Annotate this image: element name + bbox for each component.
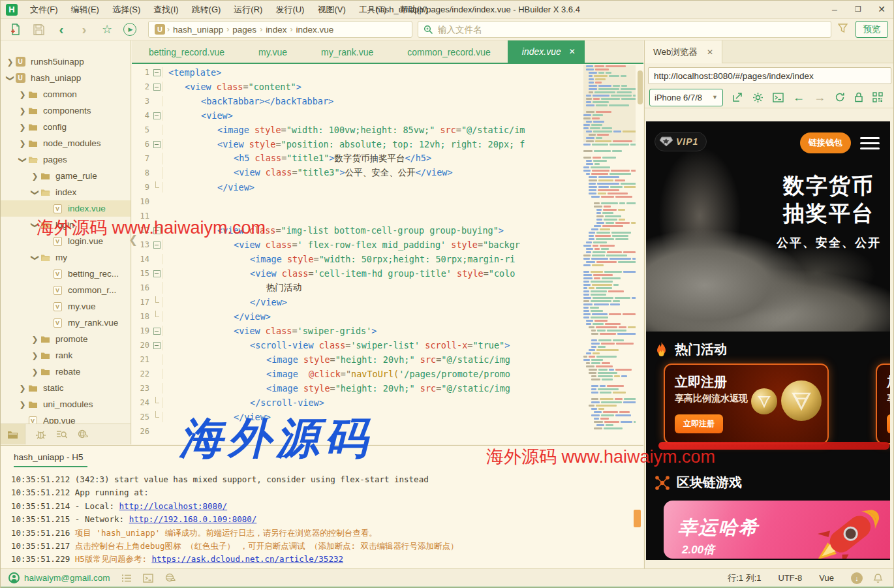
line-number[interactable]: 5 bbox=[132, 125, 153, 134]
promo2-button-partial[interactable]: 注 bbox=[887, 414, 890, 433]
browser-tab-close-icon[interactable]: ✕ bbox=[707, 48, 713, 57]
tree-item-static[interactable]: ❯static bbox=[1, 380, 131, 396]
browser-back-icon[interactable]: ← bbox=[793, 91, 805, 104]
cursor-position[interactable]: 行:1 列:1 bbox=[728, 572, 761, 584]
outline-list-icon[interactable] bbox=[121, 574, 132, 583]
line-number[interactable]: 25 bbox=[132, 412, 153, 422]
line-number[interactable]: 19 bbox=[132, 326, 153, 335]
fold-marker-icon[interactable] bbox=[153, 65, 162, 80]
close-button[interactable]: ✕ bbox=[870, 1, 893, 19]
line-number[interactable]: 10 bbox=[132, 197, 153, 206]
tree-item-config[interactable]: ❯config bbox=[1, 119, 131, 135]
menu-item[interactable]: 跳转(G) bbox=[185, 4, 228, 16]
console-scrollbar-thumb[interactable] bbox=[634, 510, 641, 527]
chevron-right-icon[interactable]: ❯ bbox=[31, 367, 39, 377]
chevron-right-icon[interactable]: ❯ bbox=[31, 172, 39, 181]
chevron-down-icon[interactable]: ❯ bbox=[6, 74, 15, 82]
nav-forward-icon[interactable]: › bbox=[77, 22, 91, 37]
chevron-right-icon[interactable]: ❯ bbox=[18, 139, 27, 148]
console-link[interactable]: http://192.168.0.109:8080/ bbox=[129, 514, 257, 524]
fold-marker-icon[interactable] bbox=[153, 137, 162, 151]
menu-item[interactable]: 编辑(E) bbox=[65, 4, 106, 16]
menu-item[interactable]: 查找(I) bbox=[147, 4, 185, 16]
tree-item-my.vue[interactable]: Vmy.vue bbox=[1, 298, 131, 315]
vip-badge[interactable]: VIP1 bbox=[655, 132, 707, 151]
line-number[interactable]: 7 bbox=[132, 154, 153, 163]
debug-bug-icon[interactable] bbox=[35, 429, 46, 439]
menu-item[interactable]: 发行(U) bbox=[269, 4, 311, 16]
fold-marker-icon[interactable] bbox=[153, 108, 162, 123]
save-icon[interactable] bbox=[31, 22, 46, 37]
preview-button[interactable]: 预览 bbox=[855, 21, 888, 38]
lucky-hash-card[interactable]: 幸运哈希 2.00倍 bbox=[664, 501, 890, 559]
breadcrumb-item[interactable]: index bbox=[266, 25, 286, 35]
minimize-button[interactable]: – bbox=[823, 1, 846, 19]
tree-item-betting_rec...[interactable]: Vbetting_rec... bbox=[1, 266, 131, 282]
breadcrumb-item[interactable]: pages bbox=[232, 25, 256, 35]
chevron-down-icon[interactable]: ❯ bbox=[18, 155, 27, 164]
console-link[interactable]: https://ask.dcloud.net.cn/article/35232 bbox=[151, 554, 343, 564]
run-icon[interactable]: ▶ bbox=[123, 22, 137, 37]
editor-scrollbar-thumb[interactable] bbox=[638, 70, 643, 104]
line-number[interactable]: 22 bbox=[132, 369, 153, 379]
tree-item-pages[interactable]: ❯pages bbox=[1, 151, 131, 168]
fold-marker-icon[interactable] bbox=[153, 338, 162, 352]
chevron-down-icon[interactable]: ❯ bbox=[31, 253, 40, 262]
fold-marker-icon[interactable] bbox=[153, 80, 162, 94]
line-number[interactable]: 18 bbox=[132, 312, 153, 321]
terminal-icon[interactable] bbox=[143, 574, 153, 583]
editor-tab-my.vue[interactable]: my.vue bbox=[241, 40, 304, 63]
tree-item-runsh5uinapp[interactable]: ❯Urunsh5uinapp bbox=[1, 54, 131, 70]
editor-tab-common_record.vue[interactable]: common_record.vue bbox=[390, 40, 508, 63]
search-in-files-icon[interactable] bbox=[56, 429, 67, 439]
tree-item-game_rule[interactable]: ❯game_rule bbox=[1, 168, 131, 184]
fold-marker-icon[interactable] bbox=[153, 266, 162, 281]
files-panel-tab[interactable] bbox=[1, 424, 25, 444]
line-number[interactable]: 15 bbox=[132, 269, 153, 278]
line-number[interactable]: 20 bbox=[132, 341, 153, 350]
line-number[interactable]: 23 bbox=[132, 384, 153, 393]
tree-item-rebate[interactable]: ❯rebate bbox=[1, 364, 131, 380]
breadcrumb-item[interactable]: hash_uniapp bbox=[173, 25, 223, 35]
devtools-console-icon[interactable] bbox=[773, 93, 784, 102]
tree-item-index.vue[interactable]: Vindex.vue bbox=[1, 200, 131, 217]
line-number[interactable]: 16 bbox=[132, 283, 153, 292]
file-search-input[interactable] bbox=[438, 25, 825, 35]
hamburger-menu-icon[interactable] bbox=[860, 137, 880, 149]
chevron-right-icon[interactable]: ❯ bbox=[31, 335, 39, 344]
line-number[interactable]: 17 bbox=[132, 298, 153, 307]
tree-item-common[interactable]: ❯common bbox=[1, 86, 131, 102]
device-selector[interactable]: iPhone 6/7/8 ▼ bbox=[649, 89, 723, 106]
line-number[interactable]: 14 bbox=[132, 255, 153, 264]
chevron-right-icon[interactable]: ❯ bbox=[18, 384, 27, 393]
menu-item[interactable]: 运行(R) bbox=[227, 4, 269, 16]
sync-cloud-icon[interactable] bbox=[164, 573, 176, 583]
tree-item-rank[interactable]: ❯rank bbox=[1, 347, 131, 364]
browser-tab[interactable]: Web浏览器 ✕ bbox=[645, 40, 722, 63]
console-link[interactable]: http://localhost:8080/ bbox=[119, 501, 228, 511]
line-number[interactable]: 3 bbox=[132, 97, 153, 106]
editor-tab-my_rank.vue[interactable]: my_rank.vue bbox=[304, 40, 390, 63]
register-promo-card[interactable]: 立即注册 享高比例流水返现 立即注册 bbox=[664, 364, 829, 444]
line-number[interactable]: 2 bbox=[132, 82, 153, 91]
refresh-icon[interactable] bbox=[835, 92, 845, 102]
tree-item-uni_modules[interactable]: ❯uni_modules bbox=[1, 396, 131, 412]
fold-marker-icon[interactable] bbox=[153, 238, 162, 252]
tree-item-hash_uniapp[interactable]: ❯Uhash_uniapp bbox=[1, 70, 131, 86]
register-now-button[interactable]: 立即注册 bbox=[675, 414, 723, 433]
line-number[interactable]: 6 bbox=[132, 140, 153, 149]
chevron-down-icon[interactable]: ❯ bbox=[31, 188, 40, 196]
second-promo-card-partial[interactable]: 加 享 注 bbox=[876, 364, 890, 444]
line-number[interactable]: 4 bbox=[132, 111, 153, 120]
tree-item-common_r...[interactable]: Vcommon_r... bbox=[1, 282, 131, 298]
settings-gear-icon[interactable] bbox=[752, 92, 763, 103]
connect-wallet-button[interactable]: 链接钱包 bbox=[800, 132, 851, 153]
account-avatar-icon[interactable] bbox=[8, 572, 20, 583]
lock-icon[interactable] bbox=[854, 92, 863, 102]
line-number[interactable]: 8 bbox=[132, 168, 153, 178]
code-minimap[interactable] bbox=[583, 65, 636, 443]
line-number[interactable]: 1 bbox=[132, 68, 153, 77]
bookmark-star-icon[interactable]: ☆ bbox=[100, 22, 114, 37]
chevron-right-icon[interactable]: ❯ bbox=[18, 106, 27, 116]
tree-item-index[interactable]: ❯index bbox=[1, 184, 131, 200]
